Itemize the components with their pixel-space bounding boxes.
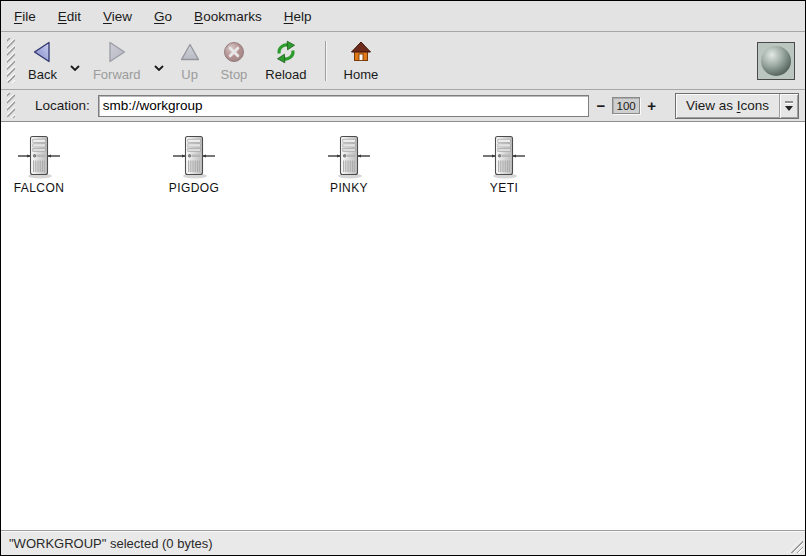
server-label: FALCON xyxy=(14,181,64,195)
up-button[interactable]: Up xyxy=(169,35,211,86)
server-icon xyxy=(16,134,62,180)
status-text: "WORKGROUP" selected (0 bytes) xyxy=(9,536,213,551)
toolbar: Back Forward Up Stop xyxy=(1,32,805,90)
forward-button[interactable]: Forward xyxy=(85,35,149,86)
throbber-globe-icon xyxy=(761,46,791,76)
server-item-pigdog[interactable]: PIGDOG xyxy=(156,134,232,195)
server-icon xyxy=(481,134,527,180)
menu-go[interactable]: Go xyxy=(143,4,183,29)
back-button[interactable]: Back xyxy=(20,35,65,86)
menu-file[interactable]: File xyxy=(3,4,47,29)
status-bar: "WORKGROUP" selected (0 bytes) xyxy=(1,530,805,555)
view-as-label: View as Icons xyxy=(676,94,779,118)
back-history-dropdown[interactable] xyxy=(68,51,82,71)
zoom-out-button[interactable]: − xyxy=(591,96,610,115)
menubar: File Edit View Go Bookmarks Help xyxy=(1,1,805,32)
back-icon xyxy=(29,39,55,65)
home-icon xyxy=(348,39,374,65)
location-label: Location: xyxy=(35,98,90,113)
zoom-level-indicator: 100 xyxy=(612,97,640,114)
file-manager-window: File Edit View Go Bookmarks Help Back Fo… xyxy=(0,0,806,556)
menu-view[interactable]: View xyxy=(92,4,143,29)
locationbar-drag-handle[interactable] xyxy=(7,93,15,117)
forward-history-dropdown[interactable] xyxy=(152,51,166,71)
resize-grip-icon[interactable] xyxy=(787,537,803,553)
dropdown-arrow-icon xyxy=(779,94,798,118)
zoom-in-button[interactable]: + xyxy=(642,96,661,115)
server-item-pinky[interactable]: PINKY xyxy=(311,134,387,195)
server-label: PINKY xyxy=(330,181,368,195)
stop-button[interactable]: Stop xyxy=(213,35,256,86)
server-item-falcon[interactable]: FALCON xyxy=(1,134,77,195)
location-input[interactable] xyxy=(98,95,590,117)
chevron-down-icon xyxy=(70,65,80,71)
chevron-down-icon xyxy=(154,65,164,71)
file-view[interactable]: FALCON P xyxy=(1,122,805,530)
server-icon xyxy=(171,134,217,180)
home-button[interactable]: Home xyxy=(336,35,387,86)
up-icon xyxy=(177,39,203,65)
toolbar-drag-handle[interactable] xyxy=(7,38,15,82)
location-bar: Location: − 100 + View as Icons xyxy=(1,90,805,122)
menu-bookmarks[interactable]: Bookmarks xyxy=(183,4,273,29)
toolbar-separator xyxy=(325,41,326,81)
server-label: PIGDOG xyxy=(169,181,219,195)
forward-icon xyxy=(104,39,130,65)
view-as-dropdown[interactable]: View as Icons xyxy=(675,93,799,119)
throbber xyxy=(757,42,795,80)
reload-icon xyxy=(273,39,299,65)
menu-edit[interactable]: Edit xyxy=(47,4,92,29)
stop-icon xyxy=(221,39,247,65)
server-item-yeti[interactable]: YETI xyxy=(466,134,542,195)
menu-help[interactable]: Help xyxy=(273,4,323,29)
reload-button[interactable]: Reload xyxy=(257,35,314,86)
server-icon xyxy=(326,134,372,180)
server-label: YETI xyxy=(490,181,518,195)
